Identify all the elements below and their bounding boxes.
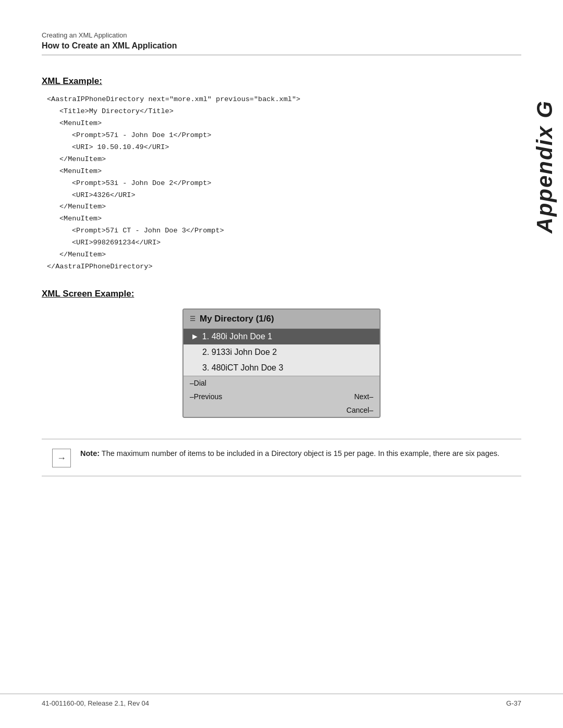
xml-line-13: <URI>9982691234</URI> <box>47 237 521 249</box>
note-body: The maximum number of items to be includ… <box>102 449 499 458</box>
phone-menu-item-1: ► 1. 480i John Doe 1 <box>183 329 380 344</box>
main-content: XML Example: <AastraIPPhoneDirectory nex… <box>0 60 563 508</box>
phone-softkey-previous-dash: – <box>190 392 194 401</box>
xml-line-4: <Prompt>57i - John Doe 1</Prompt> <box>47 130 521 142</box>
phone-body: ► 1. 480i John Doe 1 2. 9133i John Doe 2… <box>183 329 380 376</box>
appendix-label: Appendix G <box>527 63 563 271</box>
phone-softkey-row-dial: – Dial <box>183 376 380 390</box>
phone-softkey-next-dash: – <box>369 392 373 401</box>
phone-screen: ☰ My Directory (1/6) ► 1. 480i John Doe … <box>182 309 381 418</box>
phone-soft-keys: – Dial – Previous Next – Cancel – <box>183 376 380 417</box>
phone-softkey-next-label[interactable]: Next <box>354 392 369 401</box>
xml-line-9: <URI>4326</URI> <box>47 190 521 202</box>
note-box: → Note: The maximum number of items to b… <box>42 439 521 476</box>
note-label: Note: <box>80 449 100 458</box>
phone-item-2-label: 2. 9133i John Doe 2 <box>191 348 277 357</box>
phone-softkey-dial-dash: – <box>190 379 194 387</box>
xml-line-8: <Prompt>53i - John Doe 2</Prompt> <box>47 178 521 190</box>
phone-softkey-cancel-dash: – <box>369 406 373 414</box>
phone-menu-item-3: 3. 480iCT John Doe 3 <box>183 360 380 376</box>
page-title: How to Create an XML Application <box>42 41 521 55</box>
xml-line-10: </MenuItem> <box>47 201 521 213</box>
note-text: Note: The maximum number of items to be … <box>80 448 499 460</box>
xml-line-5: <URI> 10.50.10.49</URI> <box>47 142 521 154</box>
phone-item-3-label: 3. 480iCT John Doe 3 <box>191 363 283 373</box>
xml-line-6: </MenuItem> <box>47 154 521 166</box>
xml-line-14: </MenuItem> <box>47 249 521 261</box>
phone-softkey-previous-label[interactable]: Previous <box>194 392 222 401</box>
xml-screen-example-heading: XML Screen Example: <box>42 289 521 299</box>
phone-softkey-row-prev-next: – Previous Next – <box>183 390 380 403</box>
xml-line-11: <MenuItem> <box>47 213 521 225</box>
xml-line-3: <MenuItem> <box>47 118 521 130</box>
phone-softkey-row-cancel: Cancel – <box>183 403 380 417</box>
phone-title-bar: ☰ My Directory (1/6) <box>183 310 380 329</box>
page-header: Creating an XML Application How to Creat… <box>0 0 563 60</box>
xml-line-15: </AastraIPPhoneDirectory> <box>47 261 521 273</box>
phone-title-text: My Directory (1/6) <box>200 314 274 324</box>
appendix-text: Appendix G <box>532 100 557 233</box>
footer-right: G-37 <box>506 699 521 707</box>
page-footer: 41-001160-00, Release 2.1, Rev 04 G-37 <box>0 694 563 712</box>
note-arrow-icon: → <box>52 449 71 467</box>
phone-softkey-dial-label: Dial <box>194 379 206 387</box>
phone-menu-item-2: 2. 9133i John Doe 2 <box>183 344 380 360</box>
phone-item-arrow-icon: ► <box>191 332 199 341</box>
breadcrumb: Creating an XML Application <box>42 31 521 39</box>
footer-left: 41-001160-00, Release 2.1, Rev 04 <box>42 699 149 707</box>
phone-screen-wrapper: ☰ My Directory (1/6) ► 1. 480i John Doe … <box>42 309 521 418</box>
xml-line-1: <AastraIPPhoneDirectory next="more.xml" … <box>47 94 521 106</box>
xml-example-heading: XML Example: <box>42 76 521 87</box>
xml-code-block: <AastraIPPhoneDirectory next="more.xml" … <box>47 94 521 273</box>
phone-softkey-cancel-label[interactable]: Cancel <box>347 406 370 414</box>
xml-line-2: <Title>My Directory</Title> <box>47 106 521 118</box>
xml-line-12: <Prompt>57i CT - John Doe 3</Prompt> <box>47 225 521 237</box>
phone-title-icon: ☰ <box>190 315 195 323</box>
phone-item-1-label: 1. 480i John Doe 1 <box>202 332 272 341</box>
xml-line-7: <MenuItem> <box>47 166 521 178</box>
